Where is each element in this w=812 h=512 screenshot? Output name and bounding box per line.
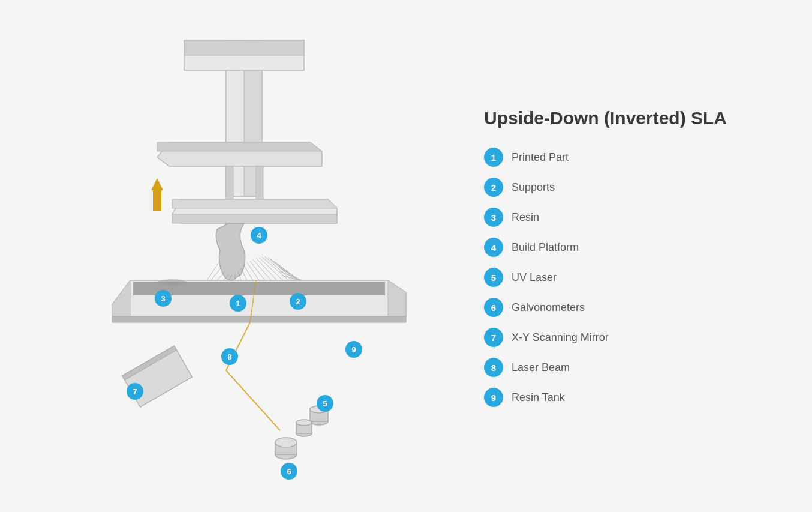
legend-item: 8Laser Beam [484,358,760,377]
legend-label-2: Supports [512,181,555,194]
legend-label-5: UV Laser [512,271,557,284]
svg-rect-9 [226,166,233,199]
legend-badge-7: 7 [484,328,503,347]
svg-rect-12 [153,190,161,211]
svg-point-55 [296,420,312,426]
legend-label-8: Laser Beam [512,361,570,374]
svg-marker-7 [172,199,337,208]
svg-text:8: 8 [227,352,231,361]
legend-badge-8: 8 [484,358,503,377]
svg-marker-8 [172,214,337,223]
page-container: 1 2 3 4 5 6 7 [0,0,812,512]
svg-line-42 [226,370,280,430]
svg-text:6: 6 [287,466,291,475]
legend-badge-4: 4 [484,238,503,257]
svg-point-18 [157,279,187,286]
diagram-section: 1 2 3 4 5 6 7 [52,22,460,490]
svg-line-21 [241,268,247,280]
legend-item: 9Resin Tank [484,388,760,407]
svg-line-22 [244,265,253,280]
svg-line-29 [265,257,292,280]
svg-marker-15 [388,280,406,316]
legend-badge-5: 5 [484,268,503,287]
legend-badge-9: 9 [484,388,503,407]
legend-item: 1Printed Part [484,148,760,167]
svg-line-40 [211,267,221,280]
legend-badge-1: 1 [484,148,503,167]
legend-badge-6: 6 [484,298,503,317]
legend-label-3: Resin [512,211,539,224]
legend-label-7: X-Y Scanning Mirror [512,331,609,344]
svg-text:1: 1 [236,298,240,307]
legend-section: Upside-Down (Inverted) SLA 1Printed Part… [460,94,760,418]
svg-marker-16 [112,316,406,322]
legend-item: 2Supports [484,178,760,197]
legend-item: 3Resin [484,208,760,227]
svg-text:2: 2 [296,297,300,306]
svg-marker-11 [151,178,163,190]
svg-text:5: 5 [323,399,327,408]
legend-item: 7X-Y Scanning Mirror [484,328,760,347]
legend-list: 1Printed Part2Supports3Resin4Build Platf… [484,148,760,407]
svg-text:9: 9 [351,345,356,354]
svg-text:7: 7 [133,387,137,396]
legend-badge-2: 2 [484,178,503,197]
svg-point-49 [275,438,297,447]
svg-text:4: 4 [257,230,261,239]
legend-item: 5UV Laser [484,268,760,287]
legend-label-9: Resin Tank [512,391,565,404]
legend-label-4: Build Platform [512,241,579,254]
svg-marker-5 [157,142,322,151]
legend-label-1: Printed Part [512,151,569,164]
diagram-title: Upside-Down (Inverted) SLA [484,106,760,130]
legend-label-6: Galvonometers [512,301,585,314]
legend-badge-3: 3 [484,208,503,227]
legend-item: 4Build Platform [484,238,760,257]
svg-line-31 [271,259,297,280]
svg-marker-14 [112,280,130,316]
svg-rect-10 [256,166,263,199]
legend-item: 6Galvonometers [484,298,760,317]
svg-rect-3 [184,40,304,55]
svg-text:3: 3 [161,294,165,303]
